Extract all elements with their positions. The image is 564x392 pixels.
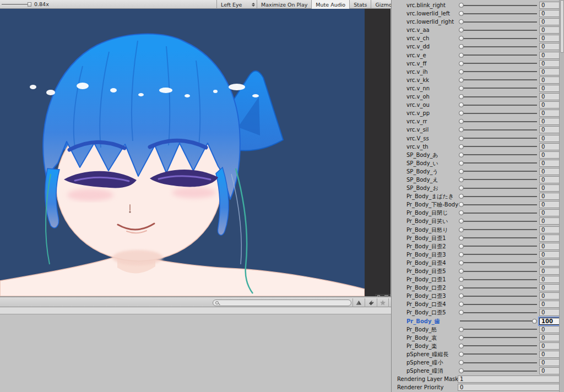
mute-audio-button[interactable]: Mute Audio	[311, 0, 349, 9]
slider-thumb[interactable]	[459, 210, 464, 215]
property-value-field[interactable]: 1	[458, 375, 560, 383]
blendshape-value-field[interactable]: 0	[539, 2, 560, 9]
blendshape-value-field[interactable]: 0	[539, 126, 560, 133]
blendshape-slider[interactable]	[458, 18, 538, 26]
blendshape-value-field[interactable]: 0	[539, 118, 560, 125]
maximize-on-play-button[interactable]: Maximize On Play	[257, 0, 311, 9]
blendshape-value-field[interactable]: 0	[539, 135, 560, 142]
blendshape-slider[interactable]	[458, 151, 538, 159]
slider-thumb[interactable]	[459, 144, 464, 149]
slider-thumb[interactable]	[532, 319, 537, 324]
blendshape-value-field[interactable]: 0	[539, 10, 560, 17]
slider-thumb[interactable]	[459, 177, 464, 182]
blendshape-slider[interactable]	[458, 167, 538, 176]
slider-thumb[interactable]	[459, 94, 464, 99]
blendshape-value-field[interactable]: 0	[539, 93, 560, 100]
display-dropdown[interactable]: Left Eye	[216, 0, 257, 9]
blendshape-value-field[interactable]: 0	[539, 168, 560, 175]
slider-thumb[interactable]	[459, 194, 464, 199]
blendshape-value-field[interactable]: 100	[539, 318, 560, 325]
blendshape-slider[interactable]	[458, 76, 538, 84]
blendshape-value-field[interactable]: 0	[539, 209, 560, 216]
blendshape-slider[interactable]	[458, 9, 538, 18]
blendshape-slider[interactable]	[458, 325, 538, 334]
blendshape-value-field[interactable]: 0	[539, 35, 560, 42]
slider-thumb[interactable]	[459, 161, 464, 166]
slider-thumb[interactable]	[459, 269, 464, 274]
slider-thumb[interactable]	[459, 244, 464, 249]
favorites-button[interactable]	[377, 298, 389, 307]
property-value-field[interactable]: 0	[458, 384, 560, 391]
blendshape-slider[interactable]	[458, 200, 538, 209]
blendshape-slider[interactable]	[458, 42, 538, 51]
blendshape-slider[interactable]	[458, 242, 538, 251]
blendshape-slider[interactable]	[458, 209, 538, 217]
slider-thumb[interactable]	[459, 127, 464, 132]
blendshape-value-field[interactable]: 0	[539, 26, 560, 34]
blendshape-value-field[interactable]: 0	[539, 334, 560, 341]
slider-thumb[interactable]	[459, 186, 464, 190]
blendshape-value-field[interactable]: 0	[539, 359, 560, 366]
slider-thumb[interactable]	[459, 28, 464, 32]
blendshape-value-field[interactable]: 0	[539, 43, 560, 50]
blendshape-slider[interactable]	[458, 68, 538, 76]
blendshape-slider[interactable]	[458, 92, 538, 101]
project-content-area[interactable]	[0, 315, 391, 392]
blendshape-slider[interactable]	[458, 34, 538, 42]
blendshape-slider[interactable]	[458, 176, 538, 184]
scrollbar-thumb[interactable]	[560, 0, 564, 53]
slider-thumb[interactable]	[459, 86, 464, 91]
blendshape-slider[interactable]	[458, 259, 538, 267]
blendshape-slider[interactable]	[458, 226, 538, 234]
blendshape-value-field[interactable]: 0	[539, 309, 560, 316]
blendshape-value-field[interactable]: 0	[539, 292, 560, 300]
scale-slider-thumb[interactable]	[28, 2, 31, 7]
slider-thumb[interactable]	[459, 202, 464, 207]
slider-thumb[interactable]	[459, 227, 464, 232]
search-input[interactable]	[213, 300, 351, 306]
slider-thumb[interactable]	[459, 360, 464, 365]
blendshape-value-field[interactable]: 0	[539, 226, 560, 233]
blendshape-slider[interactable]	[458, 51, 538, 59]
slider-thumb[interactable]	[459, 327, 464, 332]
blendshape-value-field[interactable]: 0	[539, 301, 560, 308]
blendshape-value-field[interactable]: 0	[539, 143, 560, 150]
blendshape-slider[interactable]	[458, 350, 538, 358]
blendshape-value-field[interactable]: 0	[539, 60, 560, 67]
blendshape-value-field[interactable]: 0	[539, 85, 560, 92]
blendshape-value-field[interactable]: 0	[539, 276, 560, 283]
blendshape-value-field[interactable]: 0	[539, 367, 560, 374]
blendshape-slider[interactable]	[458, 275, 538, 284]
blendshape-value-field[interactable]: 0	[539, 193, 560, 200]
blendshape-slider[interactable]	[458, 101, 538, 109]
slider-thumb[interactable]	[459, 53, 464, 58]
slider-thumb[interactable]	[459, 285, 464, 290]
blendshape-slider[interactable]	[458, 192, 538, 200]
slider-thumb[interactable]	[459, 344, 464, 349]
slider-thumb[interactable]	[459, 219, 464, 224]
type-filter-button[interactable]	[352, 298, 365, 307]
blendshape-value-field[interactable]: 0	[539, 268, 560, 275]
slider-thumb[interactable]	[459, 169, 464, 174]
blendshape-value-field[interactable]: 0	[539, 184, 560, 192]
blendshape-slider[interactable]	[458, 159, 538, 167]
blendshape-value-field[interactable]: 0	[539, 77, 560, 84]
blendshape-slider[interactable]	[458, 143, 538, 151]
slider-thumb[interactable]	[459, 69, 464, 74]
slider-thumb[interactable]	[459, 136, 464, 141]
slider-thumb[interactable]	[459, 119, 464, 124]
blendshape-value-field[interactable]: 0	[539, 110, 560, 117]
slider-thumb[interactable]	[459, 36, 464, 41]
blendshape-slider[interactable]	[458, 267, 538, 275]
blendshape-value-field[interactable]: 0	[539, 68, 560, 75]
blendshape-slider[interactable]	[458, 300, 538, 308]
blendshape-slider[interactable]	[458, 26, 538, 34]
blendshape-slider[interactable]	[458, 184, 538, 192]
slider-thumb[interactable]	[459, 102, 464, 107]
blendshape-slider[interactable]	[458, 292, 538, 300]
blendshape-slider[interactable]	[458, 1, 538, 9]
label-filter-button[interactable]	[365, 298, 377, 307]
blendshape-slider[interactable]	[458, 234, 538, 242]
slider-thumb[interactable]	[459, 252, 464, 257]
blendshape-value-field[interactable]: 0	[539, 351, 560, 358]
